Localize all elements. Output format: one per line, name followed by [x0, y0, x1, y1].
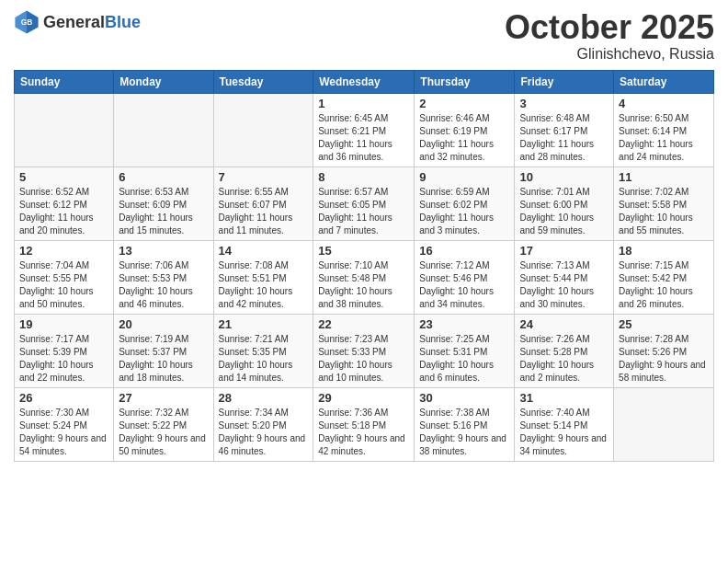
day-number: 29	[318, 391, 409, 405]
day-number: 26	[19, 391, 108, 405]
day-number: 10	[519, 170, 609, 184]
column-header-friday: Friday	[515, 70, 614, 93]
day-cell: 29Sunrise: 7:36 AMSunset: 5:18 PMDayligh…	[313, 387, 415, 461]
day-number: 21	[219, 317, 309, 331]
day-info: Sunrise: 7:10 AMSunset: 5:48 PMDaylight:…	[318, 259, 409, 311]
day-info: Sunrise: 7:08 AMSunset: 5:51 PMDaylight:…	[219, 259, 309, 311]
day-cell: 1Sunrise: 6:45 AMSunset: 6:21 PMDaylight…	[313, 93, 415, 167]
day-info: Sunrise: 7:38 AMSunset: 5:16 PMDaylight:…	[419, 407, 509, 458]
day-info: Sunrise: 6:55 AMSunset: 6:07 PMDaylight:…	[219, 186, 309, 237]
page-header: GB GeneralBlue October 2025 Glinishchevo…	[14, 9, 714, 63]
day-cell: 15Sunrise: 7:10 AMSunset: 5:48 PMDayligh…	[313, 240, 415, 314]
column-header-thursday: Thursday	[415, 70, 515, 93]
day-cell	[614, 387, 714, 461]
day-number: 30	[419, 391, 509, 405]
day-info: Sunrise: 7:36 AMSunset: 5:18 PMDaylight:…	[318, 407, 409, 458]
day-number: 3	[519, 97, 609, 110]
day-info: Sunrise: 7:30 AMSunset: 5:24 PMDaylight:…	[19, 407, 108, 458]
day-cell: 8Sunrise: 6:57 AMSunset: 6:05 PMDaylight…	[313, 167, 415, 240]
week-row-2: 5Sunrise: 6:52 AMSunset: 6:12 PMDaylight…	[15, 167, 714, 240]
day-info: Sunrise: 6:53 AMSunset: 6:09 PMDaylight:…	[119, 186, 208, 237]
day-cell: 23Sunrise: 7:25 AMSunset: 5:31 PMDayligh…	[415, 314, 515, 387]
day-info: Sunrise: 7:34 AMSunset: 5:20 PMDaylight:…	[219, 407, 309, 458]
day-cell: 27Sunrise: 7:32 AMSunset: 5:22 PMDayligh…	[114, 387, 213, 461]
day-cell: 24Sunrise: 7:26 AMSunset: 5:28 PMDayligh…	[515, 314, 614, 387]
day-cell: 30Sunrise: 7:38 AMSunset: 5:16 PMDayligh…	[415, 387, 515, 461]
day-cell: 2Sunrise: 6:46 AMSunset: 6:19 PMDaylight…	[415, 93, 515, 167]
day-cell: 11Sunrise: 7:02 AMSunset: 5:58 PMDayligh…	[614, 167, 714, 240]
column-header-saturday: Saturday	[614, 70, 714, 93]
day-cell	[213, 93, 313, 167]
day-cell: 5Sunrise: 6:52 AMSunset: 6:12 PMDaylight…	[15, 167, 114, 240]
day-info: Sunrise: 7:04 AMSunset: 5:55 PMDaylight:…	[19, 259, 108, 311]
day-number: 24	[519, 317, 609, 331]
day-number: 14	[219, 244, 309, 258]
month-title: October 2025	[505, 9, 714, 46]
week-row-5: 26Sunrise: 7:30 AMSunset: 5:24 PMDayligh…	[15, 387, 714, 461]
day-number: 8	[318, 170, 409, 184]
svg-text:GB: GB	[21, 17, 33, 27]
day-info: Sunrise: 7:26 AMSunset: 5:28 PMDaylight:…	[519, 333, 609, 385]
day-info: Sunrise: 6:45 AMSunset: 6:21 PMDaylight:…	[318, 112, 409, 164]
day-number: 23	[419, 317, 509, 331]
day-number: 31	[519, 391, 609, 405]
day-cell: 26Sunrise: 7:30 AMSunset: 5:24 PMDayligh…	[15, 387, 114, 461]
day-info: Sunrise: 7:15 AMSunset: 5:42 PMDaylight:…	[619, 259, 709, 311]
day-cell: 16Sunrise: 7:12 AMSunset: 5:46 PMDayligh…	[415, 240, 515, 314]
day-info: Sunrise: 7:02 AMSunset: 5:58 PMDaylight:…	[619, 186, 709, 237]
logo-icon: GB	[14, 9, 40, 35]
day-number: 9	[419, 170, 509, 184]
day-cell	[114, 93, 213, 167]
title-block: October 2025 Glinishchevo, Russia	[505, 9, 714, 63]
day-number: 20	[119, 317, 208, 331]
logo-text: GeneralBlue	[43, 13, 141, 32]
day-info: Sunrise: 7:01 AMSunset: 6:00 PMDaylight:…	[519, 186, 609, 237]
page-container: GB GeneralBlue October 2025 Glinishchevo…	[0, 0, 728, 471]
week-row-4: 19Sunrise: 7:17 AMSunset: 5:39 PMDayligh…	[15, 314, 714, 387]
day-cell: 6Sunrise: 6:53 AMSunset: 6:09 PMDaylight…	[114, 167, 213, 240]
day-info: Sunrise: 7:19 AMSunset: 5:37 PMDaylight:…	[119, 333, 208, 385]
day-info: Sunrise: 6:48 AMSunset: 6:17 PMDaylight:…	[519, 112, 609, 164]
column-header-monday: Monday	[114, 70, 213, 93]
column-header-wednesday: Wednesday	[313, 70, 415, 93]
day-info: Sunrise: 7:23 AMSunset: 5:33 PMDaylight:…	[318, 333, 409, 385]
day-cell	[15, 93, 114, 167]
day-cell: 18Sunrise: 7:15 AMSunset: 5:42 PMDayligh…	[614, 240, 714, 314]
day-info: Sunrise: 7:17 AMSunset: 5:39 PMDaylight:…	[19, 333, 108, 385]
day-cell: 4Sunrise: 6:50 AMSunset: 6:14 PMDaylight…	[614, 93, 714, 167]
day-number: 12	[19, 244, 108, 258]
day-number: 19	[19, 317, 108, 331]
day-info: Sunrise: 7:06 AMSunset: 5:53 PMDaylight:…	[119, 259, 208, 311]
day-cell: 9Sunrise: 6:59 AMSunset: 6:02 PMDaylight…	[415, 167, 515, 240]
day-number: 16	[419, 244, 509, 258]
day-info: Sunrise: 6:52 AMSunset: 6:12 PMDaylight:…	[19, 186, 108, 237]
location-title: Glinishchevo, Russia	[505, 46, 714, 63]
week-row-3: 12Sunrise: 7:04 AMSunset: 5:55 PMDayligh…	[15, 240, 714, 314]
day-info: Sunrise: 6:57 AMSunset: 6:05 PMDaylight:…	[318, 186, 409, 237]
day-info: Sunrise: 7:25 AMSunset: 5:31 PMDaylight:…	[419, 333, 509, 385]
day-info: Sunrise: 7:40 AMSunset: 5:14 PMDaylight:…	[519, 407, 609, 458]
day-number: 22	[318, 317, 409, 331]
day-number: 7	[219, 170, 309, 184]
day-number: 13	[119, 244, 208, 258]
logo-general: General	[43, 13, 105, 31]
day-cell: 10Sunrise: 7:01 AMSunset: 6:00 PMDayligh…	[515, 167, 614, 240]
day-number: 4	[619, 97, 709, 110]
day-number: 1	[318, 97, 409, 110]
day-cell: 3Sunrise: 6:48 AMSunset: 6:17 PMDaylight…	[515, 93, 614, 167]
day-cell: 31Sunrise: 7:40 AMSunset: 5:14 PMDayligh…	[515, 387, 614, 461]
day-cell: 13Sunrise: 7:06 AMSunset: 5:53 PMDayligh…	[114, 240, 213, 314]
day-info: Sunrise: 7:32 AMSunset: 5:22 PMDaylight:…	[119, 407, 208, 458]
day-cell: 25Sunrise: 7:28 AMSunset: 5:26 PMDayligh…	[614, 314, 714, 387]
logo-blue: Blue	[105, 13, 141, 31]
day-cell: 21Sunrise: 7:21 AMSunset: 5:35 PMDayligh…	[213, 314, 313, 387]
day-cell: 12Sunrise: 7:04 AMSunset: 5:55 PMDayligh…	[15, 240, 114, 314]
day-number: 27	[119, 391, 208, 405]
day-cell: 19Sunrise: 7:17 AMSunset: 5:39 PMDayligh…	[15, 314, 114, 387]
day-cell: 17Sunrise: 7:13 AMSunset: 5:44 PMDayligh…	[515, 240, 614, 314]
calendar-header-row: SundayMondayTuesdayWednesdayThursdayFrid…	[15, 70, 714, 93]
day-info: Sunrise: 7:21 AMSunset: 5:35 PMDaylight:…	[219, 333, 309, 385]
day-number: 11	[619, 170, 709, 184]
calendar-table: SundayMondayTuesdayWednesdayThursdayFrid…	[14, 70, 714, 462]
day-number: 6	[119, 170, 208, 184]
